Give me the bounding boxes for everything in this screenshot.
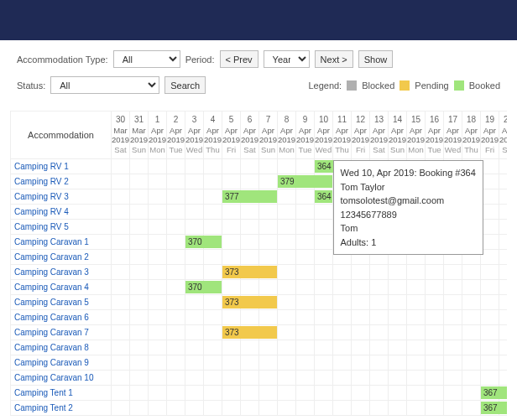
calendar-cell[interactable] (296, 205, 315, 220)
calendar-cell[interactable] (352, 355, 370, 371)
calendar-cell[interactable] (167, 401, 185, 416)
accommodation-name[interactable]: Camping Caravan 3 (11, 265, 112, 280)
calendar-cell[interactable] (222, 235, 241, 250)
status-select[interactable]: All (50, 76, 159, 94)
calendar-cell[interactable] (333, 295, 352, 310)
calendar-cell[interactable] (407, 280, 426, 295)
calendar-cell[interactable] (481, 371, 499, 386)
calendar-cell[interactable] (204, 205, 222, 220)
calendar-cell[interactable] (352, 265, 370, 280)
calendar-cell[interactable] (389, 386, 407, 401)
accommodation-name[interactable]: Camping Caravan 6 (11, 310, 112, 325)
accommodation-name[interactable]: Camping Caravan 10 (11, 371, 112, 386)
calendar-cell[interactable] (259, 355, 278, 371)
accommodation-name[interactable]: Camping Caravan 4 (11, 280, 112, 295)
calendar-cell[interactable] (444, 355, 462, 371)
calendar-cell[interactable] (185, 220, 204, 235)
calendar-cell[interactable] (185, 310, 204, 325)
calendar-cell[interactable] (370, 325, 389, 340)
calendar-cell[interactable] (370, 280, 389, 295)
calendar-cell[interactable] (481, 159, 499, 174)
calendar-cell[interactable] (130, 386, 149, 401)
calendar-cell[interactable] (130, 280, 149, 295)
calendar-cell[interactable] (112, 220, 130, 235)
calendar-cell[interactable] (315, 250, 333, 265)
calendar-cell[interactable] (499, 340, 508, 355)
calendar-cell[interactable] (499, 159, 508, 174)
calendar-cell[interactable] (389, 295, 407, 310)
calendar-cell[interactable] (167, 280, 185, 295)
period-range-select[interactable]: Year (264, 50, 310, 68)
calendar-cell[interactable] (499, 386, 508, 401)
calendar-cell[interactable] (481, 295, 499, 310)
calendar-cell[interactable] (149, 371, 167, 386)
calendar-cell[interactable]: 367 (481, 401, 499, 416)
calendar-cell[interactable] (259, 371, 278, 386)
calendar-cell[interactable] (149, 265, 167, 280)
calendar-cell[interactable] (499, 325, 508, 340)
calendar-cell[interactable] (444, 386, 462, 401)
calendar-cell[interactable] (426, 355, 444, 371)
calendar-cell[interactable] (167, 371, 185, 386)
calendar-cell[interactable] (167, 340, 185, 355)
calendar-cell[interactable] (296, 355, 315, 371)
calendar-cell[interactable] (167, 386, 185, 401)
prev-button[interactable]: < Prev (220, 50, 258, 68)
calendar-cell[interactable] (333, 401, 352, 416)
accommodation-name[interactable]: Camping Caravan 2 (11, 250, 112, 265)
calendar-cell[interactable] (352, 401, 370, 416)
calendar-cell[interactable] (499, 235, 508, 250)
calendar-cell[interactable] (185, 250, 204, 265)
calendar-cell[interactable] (315, 386, 333, 401)
calendar-cell[interactable] (407, 295, 426, 310)
accommodation-name[interactable]: Camping Caravan 9 (11, 355, 112, 371)
calendar-cell[interactable] (333, 340, 352, 355)
calendar-cell[interactable] (112, 174, 130, 189)
calendar-cell[interactable] (278, 340, 296, 355)
calendar-cell[interactable] (333, 280, 352, 295)
calendar-cell[interactable] (444, 325, 462, 340)
calendar-cell[interactable] (167, 325, 185, 340)
calendar-cell[interactable] (407, 325, 426, 340)
accommodation-name[interactable]: Camping RV 3 (11, 189, 112, 205)
calendar-cell[interactable] (167, 220, 185, 235)
calendar-cell[interactable] (259, 295, 278, 310)
calendar-cell[interactable] (222, 386, 241, 401)
calendar-cell[interactable]: 373 (222, 295, 241, 310)
calendar-cell[interactable] (204, 325, 222, 340)
calendar-cell[interactable] (315, 310, 333, 325)
calendar-cell[interactable] (426, 325, 444, 340)
calendar-cell[interactable] (185, 371, 204, 386)
calendar-cell[interactable] (222, 371, 241, 386)
calendar-cell[interactable] (333, 371, 352, 386)
calendar-cell[interactable] (241, 325, 259, 340)
calendar-cell[interactable] (333, 310, 352, 325)
calendar-cell[interactable] (407, 386, 426, 401)
calendar-cell[interactable] (241, 250, 259, 265)
calendar-cell[interactable] (259, 265, 278, 280)
calendar-cell[interactable] (204, 159, 222, 174)
calendar-cell[interactable] (185, 325, 204, 340)
calendar-cell[interactable] (185, 386, 204, 401)
calendar-cell[interactable] (296, 159, 315, 174)
calendar-cell[interactable] (481, 310, 499, 325)
calendar-cell[interactable] (149, 280, 167, 295)
calendar-cell[interactable] (112, 386, 130, 401)
calendar-cell[interactable] (149, 386, 167, 401)
calendar-cell[interactable]: 377 (222, 189, 241, 205)
calendar-cell[interactable] (222, 401, 241, 416)
calendar-cell[interactable] (444, 371, 462, 386)
calendar-cell[interactable] (481, 355, 499, 371)
calendar-cell[interactable] (333, 355, 352, 371)
calendar-cell[interactable] (278, 265, 296, 280)
accommodation-name[interactable]: Camping Tent 1 (11, 386, 112, 401)
calendar-cell[interactable] (499, 250, 508, 265)
calendar-cell[interactable] (204, 401, 222, 416)
calendar-cell[interactable] (315, 265, 333, 280)
calendar-cell[interactable] (130, 325, 149, 340)
calendar-cell[interactable] (185, 159, 204, 174)
calendar-cell[interactable] (112, 250, 130, 265)
calendar-cell[interactable] (241, 401, 259, 416)
calendar-cell[interactable] (149, 355, 167, 371)
calendar-cell[interactable] (499, 355, 508, 371)
